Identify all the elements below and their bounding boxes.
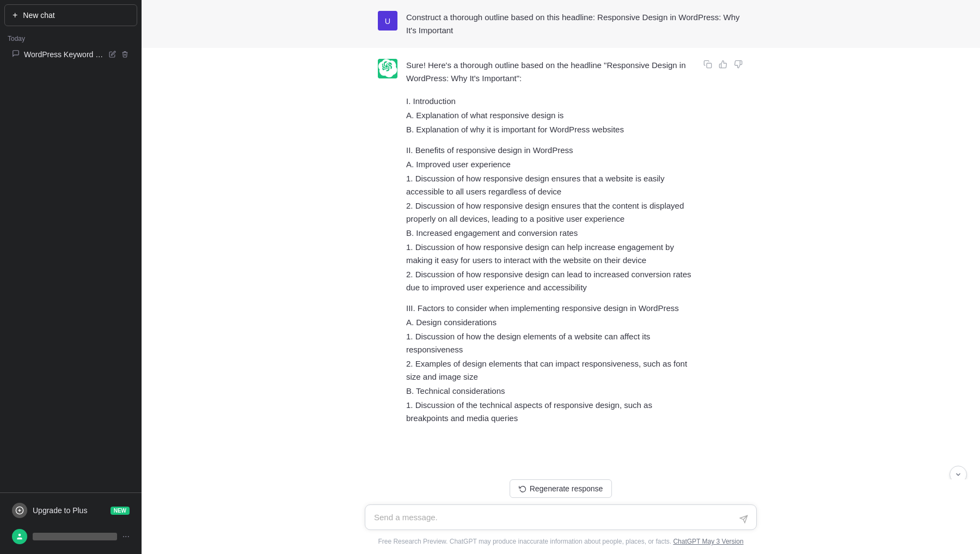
outline-line: A. Design considerations — [406, 316, 694, 329]
outline-line: 1. Discussion of the technical aspects o… — [406, 399, 694, 425]
upgrade-icon — [12, 503, 27, 518]
user-message: U Construct a thorough outline based on … — [142, 0, 980, 48]
outline-line: B. Increased engagement and conversion r… — [406, 227, 694, 240]
regenerate-label: Regenerate response — [530, 484, 603, 493]
gpt-avatar — [378, 59, 397, 78]
thumbdown-button[interactable] — [733, 59, 744, 70]
message-input[interactable] — [365, 504, 757, 530]
regenerate-button[interactable]: Regenerate response — [510, 479, 612, 498]
new-chat-label: New chat — [23, 11, 54, 20]
outline-line: 1. Discussion of how the design elements… — [406, 330, 694, 356]
chat-item-actions — [108, 50, 130, 59]
sidebar: + New chat Today WordPress Keyword Ide — [0, 0, 142, 554]
user-more-button[interactable]: ··· — [122, 532, 130, 541]
outline-line: 2. Discussion of how responsive design e… — [406, 199, 694, 226]
user-message-content: Construct a thorough outline based on th… — [406, 11, 744, 37]
regen-row: Regenerate response — [155, 479, 967, 498]
assistant-message-content: Sure! Here's a thorough outline based on… — [406, 59, 694, 426]
edit-chat-button[interactable] — [108, 50, 117, 59]
outline-line: A. Explanation of what responsive design… — [406, 109, 694, 122]
messages-container[interactable]: U Construct a thorough outline based on … — [142, 0, 980, 554]
assistant-message: Sure! Here's a thorough outline based on… — [142, 48, 980, 437]
chat-item-title: WordPress Keyword Ide — [24, 50, 103, 59]
upgrade-label: Upgrade to Plus — [33, 506, 87, 515]
upgrade-button[interactable]: Upgrade to Plus NEW — [4, 497, 137, 523]
assistant-intro: Sure! Here's a thorough outline based on… — [406, 59, 694, 85]
user-avatar — [12, 529, 27, 544]
svg-rect-6 — [707, 63, 712, 68]
user-row[interactable]: ··· — [4, 523, 137, 550]
plus-icon: + — [13, 10, 17, 20]
footer-link[interactable]: ChatGPT May 3 Version — [673, 538, 743, 545]
footer-text: Free Research Preview. ChatGPT may produ… — [155, 538, 967, 545]
new-badge: NEW — [111, 507, 130, 515]
copy-button[interactable] — [702, 59, 713, 70]
outline-line: B. Explanation of why it is important fo… — [406, 123, 694, 136]
user-name-blurred — [33, 533, 117, 540]
section-today-label: Today — [0, 31, 142, 45]
input-row — [365, 504, 757, 532]
message-actions — [702, 59, 744, 70]
bottom-area: Regenerate response Free Research Previe… — [142, 479, 980, 554]
svg-point-3 — [19, 534, 21, 537]
thumbup-button[interactable] — [718, 59, 728, 70]
outline-line: 2. Examples of design elements that can … — [406, 357, 694, 383]
delete-chat-button[interactable] — [120, 50, 130, 59]
new-chat-button[interactable]: + New chat — [4, 4, 137, 26]
outline-line: III. Factors to consider when implementi… — [406, 302, 694, 315]
main-content: U Construct a thorough outline based on … — [142, 0, 980, 554]
chat-icon — [12, 50, 20, 59]
outline-line: 1. Discussion of how responsive design e… — [406, 172, 694, 198]
send-button[interactable] — [737, 513, 750, 526]
outline-line: A. Improved user experience — [406, 158, 694, 171]
outline-line: B. Technical considerations — [406, 385, 694, 398]
outline-container: I. IntroductionA. Explanation of what re… — [406, 88, 694, 425]
outline-line: 1. Discussion of how responsive design c… — [406, 241, 694, 267]
sidebar-bottom: Upgrade to Plus NEW ··· — [0, 492, 142, 554]
outline-line: I. Introduction — [406, 95, 694, 108]
user-avatar-msg: U — [378, 11, 397, 31]
outline-line: 2. Discussion of how responsive design c… — [406, 268, 694, 294]
svg-text:U: U — [385, 17, 390, 26]
sidebar-item-chat-1[interactable]: WordPress Keyword Ide — [4, 45, 137, 64]
outline-line: II. Benefits of responsive design in Wor… — [406, 144, 694, 157]
